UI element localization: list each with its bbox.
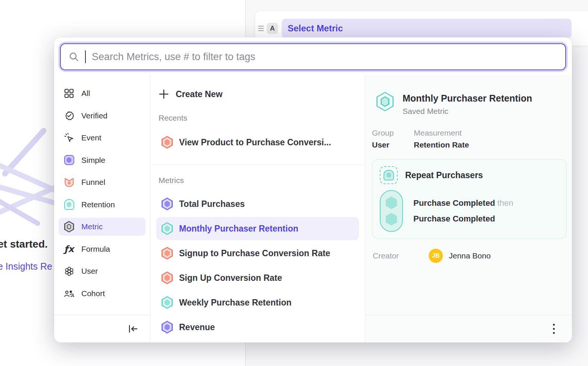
sidebar-item-all[interactable]: All [59,84,146,102]
metrics-heading: Metrics [159,176,359,185]
filter-sidebar: All Verified [54,75,150,342]
sidebar-item-label: Funnel [81,178,105,187]
select-metric-label: Select Metric [288,23,343,34]
sidebar-item-label: Retention [81,200,115,209]
metric-row-label: Revenue [179,322,215,332]
verified-badge-icon [64,111,74,121]
sidebar-item-label: User [81,267,98,276]
sidebar-item-formula[interactable]: ƒx Formula [59,240,146,258]
detail-footer [365,315,572,342]
background-link-partial[interactable]: e Insights Re [0,261,52,272]
search-area [54,37,572,75]
metric-row-label: Monthly Purchaser Retention [179,224,298,234]
metric-definition-card: Repeat Purchasers Purchase Completed the… [372,159,567,239]
sidebar-item-simple[interactable]: Simple [59,151,146,169]
metric-row-revenue[interactable]: Revenue [156,316,359,339]
background-heading-partial: et started. [0,238,48,250]
definition-steps: Purchase Completed then Purchase Complet… [413,195,513,227]
metric-row-weekly-purchase-retention[interactable]: Weekly Purchase Retention [156,291,359,314]
metric-row-label: Weekly Purchase Retention [179,298,291,308]
detail-meta: Group User Measurement Retention Rate [372,128,567,149]
metric-row-total-purchases[interactable]: Total Purchases [156,192,359,215]
hexagon-teal-icon [162,222,173,235]
search-input[interactable] [92,51,557,63]
sidebar-footer [54,315,150,342]
select-metric-button[interactable]: Select Metric [282,19,572,38]
sidebar-item-verified[interactable]: Verified [59,107,146,125]
sidebar-item-label: Event [81,133,101,142]
detail-title: Monthly Purchaser Retention [403,93,532,104]
cohort-people-icon [64,289,74,298]
sidebar-item-retention[interactable]: Retention [59,196,146,214]
retention-arch-icon [64,199,74,210]
group-value: User [372,140,405,149]
sidebar-item-label: Cohort [81,289,105,298]
search-box[interactable] [60,43,566,70]
filter-list: All Verified [54,75,150,303]
measurement-label: Measurement [414,128,469,137]
metric-hexagon-teal-icon [376,92,394,111]
step-connector: then [497,198,513,208]
metric-row-label: Signup to Purchase Conversion Rate [179,248,330,258]
hexagon-teal-icon [162,296,173,309]
step-2: Purchase Completed [413,214,495,223]
more-options-icon[interactable] [551,322,557,336]
funnel-icon [64,177,74,187]
creator-name: Jenna Bono [449,251,491,260]
metrics-list: Total Purchases Monthly Purchaser Retent… [156,192,359,339]
hexagon-purple-icon [162,321,173,334]
modal-body: All Verified [54,75,572,342]
step-1: Purchase Completed [413,198,495,208]
grid-icon [64,89,74,98]
sidebar-item-funnel[interactable]: Funnel [59,173,146,191]
hexagon-orange-icon [162,247,173,260]
creator-row: Creator JB Jenna Bono [372,249,567,263]
section-divider [153,164,363,165]
metric-detail-panel: Monthly Purchaser Retention Saved Metric… [365,75,572,342]
create-new-label: Create New [176,89,222,99]
sidebar-item-user[interactable]: User [59,262,146,280]
hexagon-orange-icon [162,272,173,284]
sidebar-item-event[interactable]: Event [59,129,146,147]
detail-subtitle: Saved Metric [403,107,532,116]
measurement-value: Retention Rate [414,140,469,149]
sidebar-item-label: All [81,89,90,98]
metric-row-sign-up-conversion-rate[interactable]: Sign Up Conversion Rate [156,266,359,289]
detail-header: Monthly Purchaser Retention Saved Metric [372,92,567,116]
search-icon [69,52,79,62]
simple-hexagon-icon [64,155,74,165]
sidebar-item-label: Formula [81,245,110,254]
metric-row-label: Total Purchases [179,199,245,209]
group-label: Group [372,128,405,137]
plus-icon [159,89,169,99]
retention-definition-icon [380,166,398,184]
sidebar-item-label: Simple [81,156,105,165]
metric-row-label: Sign Up Conversion Rate [179,273,282,283]
hexagon-orange-icon [162,136,173,149]
drag-handle-icon[interactable] [258,26,264,31]
metric-row-monthly-purchaser-retention[interactable]: Monthly Purchaser Retention [156,217,359,240]
cursor-click-icon [64,133,74,143]
sidebar-item-cohort[interactable]: Cohort [59,285,146,303]
collapse-sidebar-icon[interactable] [128,324,138,334]
recent-metric-label: View Product to Purchase Conversi... [179,137,331,148]
sidebar-item-label: Metric [81,222,103,231]
definition-name: Repeat Purchasers [405,170,483,180]
series-letter-badge: A [267,23,278,34]
text-caret [85,50,86,63]
hexagon-purple-icon [162,198,173,210]
metric-row-signup-to-purchase-conversion-rate[interactable]: Signup to Purchase Conversion Rate [156,242,359,265]
user-cluster-icon [64,266,74,276]
metric-list-column: Create New Recents View Product to Purch… [150,75,365,342]
recents-heading: Recents [159,114,359,122]
creator-avatar: JB [429,249,443,263]
steps-pill-icon [380,190,403,232]
formula-fx-icon: ƒx [64,245,74,254]
recent-metric-row[interactable]: View Product to Purchase Conversi... [156,131,359,154]
creator-label: Creator [373,251,429,260]
metric-hexagon-icon [64,221,74,233]
create-new-button[interactable]: Create New [159,86,359,102]
sidebar-item-metric[interactable]: Metric [59,218,146,236]
metric-picker-modal: All Verified [54,37,572,342]
sidebar-item-label: Verified [81,111,107,120]
